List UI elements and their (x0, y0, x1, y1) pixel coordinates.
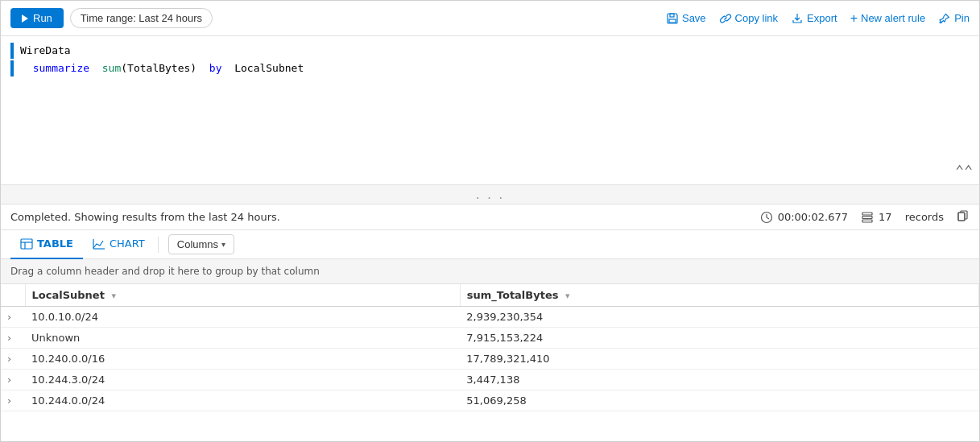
copy-link-button[interactable]: Copy link (719, 12, 778, 25)
svg-rect-1 (669, 19, 676, 23)
row-sum-totalbytes: 153,752,600,931 (460, 411, 978, 416)
row-sum-totalbytes: 2,939,230,354 (460, 307, 978, 328)
sum-totalbytes-filter-icon[interactable]: ▾ (565, 291, 570, 301)
row-sum-totalbytes: 17,789,321,410 (460, 349, 978, 370)
table-row: ›10.244.3.0/243,447,138 (1, 370, 979, 390)
sum-totalbytes-header-label: sum_TotalBytes (467, 289, 559, 301)
row-expand-cell[interactable]: › (1, 349, 25, 370)
query-line-1-text: WireData (20, 43, 71, 59)
query-line-2-text: summarize sum(TotalBytes) by LocalSubnet (20, 60, 304, 76)
row-localsubnet: 10.0.10.0/24 (25, 307, 460, 328)
sum-totalbytes-column-header[interactable]: sum_TotalBytes ▾ (460, 284, 978, 307)
table-row: ›10.6.0.0/24153,752,600,931 (1, 411, 979, 416)
kw-sum: sum (102, 62, 121, 74)
toolbar: Run Time range: Last 24 hours Save Copy … (1, 1, 979, 36)
localsubnet-header-label: LocalSubnet (32, 289, 105, 301)
row-localsubnet: 10.244.3.0/24 (25, 370, 460, 390)
row-sum-totalbytes: 7,915,153,224 (460, 328, 978, 349)
tab-table-label: TABLE (37, 238, 73, 250)
table-row: ›10.240.0.0/1617,789,321,410 (1, 349, 979, 370)
table-section: Drag a column header and drop it here to… (1, 259, 979, 415)
duration-value: 00:00:02.677 (778, 211, 848, 223)
svg-rect-4 (862, 216, 872, 218)
table-row: ›10.0.10.0/242,939,230,354 (1, 307, 979, 328)
export-label: Export (807, 12, 837, 24)
collapse-button[interactable]: ⌃⌃ (955, 163, 973, 178)
status-text: Completed. Showing results from the last… (10, 211, 760, 223)
drag-hint: Drag a column header and drop it here to… (1, 259, 979, 284)
pin-label: Pin (954, 12, 970, 24)
time-range-label: Time range: Last 24 hours (81, 12, 202, 24)
svg-rect-0 (670, 14, 674, 17)
table-body: ›10.0.10.0/242,939,230,354›Unknown7,915,… (1, 307, 979, 416)
svg-rect-5 (862, 220, 872, 222)
play-icon (22, 14, 28, 23)
table-icon (20, 238, 33, 250)
row-localsubnet: 10.240.0.0/16 (25, 349, 460, 370)
field-localsubnet: LocalSubnet (234, 62, 304, 74)
tab-separator (158, 237, 159, 253)
columns-label: Columns (177, 238, 218, 250)
query-gutter (10, 43, 14, 59)
copy-icon (957, 209, 970, 222)
chart-icon (93, 238, 105, 250)
new-alert-rule-label: New alert rule (861, 12, 925, 24)
toolbar-actions: Save Copy link Export + New alert rule (666, 12, 970, 25)
run-label: Run (33, 12, 52, 24)
status-right: 00:00:02.677 17 records (760, 209, 970, 225)
row-localsubnet: 10.244.0.0/24 (25, 390, 460, 411)
svg-rect-9 (21, 239, 32, 249)
drag-divider[interactable]: . . . (1, 185, 979, 204)
records-icon (861, 211, 874, 224)
run-button[interactable]: Run (10, 8, 64, 28)
row-expand-cell[interactable]: › (1, 390, 25, 411)
new-alert-rule-button[interactable]: + New alert rule (850, 12, 926, 25)
results-tabs: TABLE CHART Columns ▾ (1, 230, 979, 259)
row-sum-totalbytes: 3,447,138 (460, 370, 978, 390)
records-label: records (905, 211, 944, 223)
expand-column-header (1, 284, 25, 307)
localsubnet-column-header[interactable]: LocalSubnet ▾ (25, 284, 460, 307)
row-expand-cell[interactable]: › (1, 411, 25, 416)
time-range-button[interactable]: Time range: Last 24 hours (70, 8, 213, 28)
copy-link-label: Copy link (735, 12, 778, 24)
link-icon (719, 12, 732, 25)
clock-icon (760, 211, 773, 224)
copy-results-button[interactable] (957, 209, 970, 225)
table-row: ›Unknown7,915,153,224 (1, 328, 979, 349)
status-bar: Completed. Showing results from the last… (1, 204, 979, 230)
field-totalbytes: TotalBytes (127, 62, 190, 74)
table-row: ›10.244.0.0/2451,069,258 (1, 390, 979, 411)
save-icon (666, 12, 679, 25)
query-gutter-2 (10, 60, 14, 76)
results-table: LocalSubnet ▾ sum_TotalBytes ▾ ›10.0.10.… (1, 284, 979, 415)
pin-icon (938, 12, 951, 25)
save-button[interactable]: Save (666, 12, 706, 25)
kw-summarize: summarize (33, 62, 89, 74)
row-localsubnet: 10.6.0.0/24 (25, 411, 460, 416)
tab-table[interactable]: TABLE (10, 230, 83, 259)
kw-by: by (209, 62, 222, 74)
query-line-1: WireData (10, 43, 970, 59)
records-count: 17 (879, 211, 892, 223)
row-expand-cell[interactable]: › (1, 370, 25, 390)
tab-chart-label: CHART (110, 238, 145, 250)
row-expand-cell[interactable]: › (1, 307, 25, 328)
query-editor[interactable]: WireData summarize sum(TotalBytes) by Lo… (1, 36, 979, 185)
row-sum-totalbytes: 51,069,258 (460, 390, 978, 411)
localsubnet-filter-icon[interactable]: ▾ (111, 291, 116, 301)
svg-rect-7 (958, 213, 965, 221)
export-button[interactable]: Export (791, 12, 837, 25)
records-metric: 17 records (861, 211, 944, 224)
columns-button[interactable]: Columns ▾ (168, 234, 234, 254)
export-icon (791, 12, 804, 25)
pin-button[interactable]: Pin (938, 12, 970, 25)
tab-chart[interactable]: CHART (83, 230, 155, 259)
chevron-down-icon: ▾ (221, 240, 225, 249)
plus-icon: + (850, 12, 858, 25)
row-localsubnet: Unknown (25, 328, 460, 349)
svg-rect-3 (862, 213, 872, 215)
save-label: Save (682, 12, 706, 24)
row-expand-cell[interactable]: › (1, 328, 25, 349)
duration-metric: 00:00:02.677 (760, 211, 848, 224)
